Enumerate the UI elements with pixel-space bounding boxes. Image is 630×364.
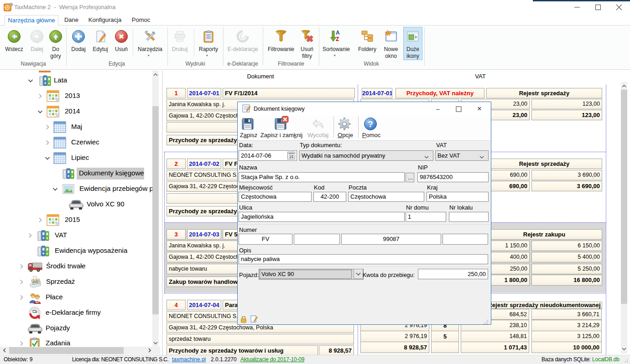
svg-text:15: 15 bbox=[289, 154, 293, 159]
svg-text:Z: Z bbox=[336, 36, 339, 42]
svg-text:A: A bbox=[336, 30, 340, 36]
svg-text:?: ? bbox=[368, 119, 373, 129]
